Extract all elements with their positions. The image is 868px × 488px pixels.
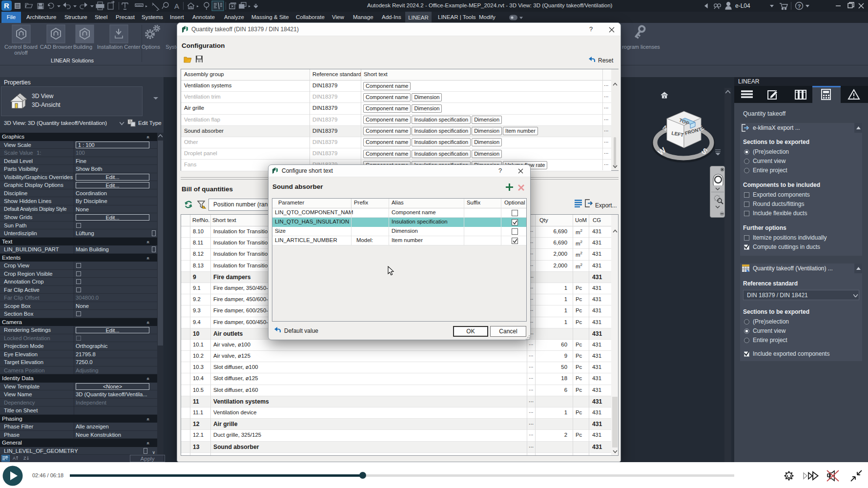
- svg-text:R: R: [4, 1, 9, 10]
- svg-text:Z: Z: [23, 456, 26, 461]
- svg-text:A: A: [13, 456, 16, 461]
- svg-text:e-L04: e-L04: [735, 2, 750, 9]
- svg-text:!: !: [204, 205, 205, 209]
- svg-text:A: A: [174, 2, 179, 10]
- svg-text:?: ?: [798, 3, 801, 9]
